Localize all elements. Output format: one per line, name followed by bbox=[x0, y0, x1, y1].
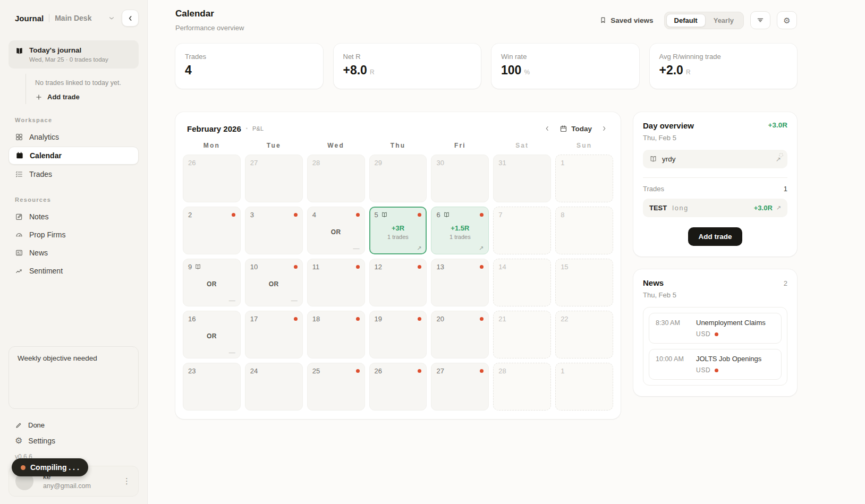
open-range-label: OR bbox=[331, 228, 341, 236]
weekly-objective-box[interactable]: Weekly objective needed bbox=[9, 346, 139, 409]
calendar-day-cell[interactable]: 18 bbox=[307, 311, 365, 358]
day-total-r: +3.0R bbox=[768, 121, 787, 129]
calendar-day-cell[interactable]: 25 bbox=[307, 363, 365, 411]
calendar-day-cell[interactable]: 12 bbox=[369, 259, 427, 306]
day-number: 29 bbox=[375, 159, 382, 167]
calendar-day-cell[interactable]: 10OR— bbox=[245, 259, 303, 306]
sidebar-item-label: Notes bbox=[29, 212, 49, 221]
calendar-day-cell[interactable]: 9OR— bbox=[183, 259, 241, 306]
sidebar-item-news[interactable]: News bbox=[9, 244, 139, 261]
dash-indicator: — bbox=[229, 299, 235, 303]
gauge-icon bbox=[15, 230, 23, 239]
calendar-day-cell[interactable]: 27 bbox=[245, 155, 303, 202]
day-number: 15 bbox=[561, 263, 568, 271]
calendar-month-label: February 2026 bbox=[187, 124, 241, 133]
desk-name[interactable]: Main Desk bbox=[55, 14, 91, 22]
filter-button[interactable] bbox=[750, 11, 770, 29]
stat-card-avg-r: Avg R/winning trade +2.0R bbox=[650, 44, 798, 89]
open-trade-arrow-icon: ↗ bbox=[776, 204, 781, 211]
user-menu-button[interactable]: ⋮ bbox=[122, 476, 132, 486]
calendar-day-cell[interactable]: 31 bbox=[493, 155, 551, 202]
journal-entry-row[interactable]: yrdy ↗ bbox=[643, 150, 787, 168]
calendar-day-cell[interactable]: 30 bbox=[431, 155, 489, 202]
sidebar-item-calendar[interactable]: Calendar bbox=[9, 147, 139, 165]
calendar-day-cell[interactable]: 28 bbox=[493, 363, 551, 411]
stat-value: 100 bbox=[501, 63, 521, 78]
next-month-button[interactable] bbox=[599, 124, 609, 133]
collapse-sidebar-button[interactable] bbox=[122, 10, 139, 27]
calendar-day-cell[interactable]: 23 bbox=[183, 363, 241, 411]
filter-icon bbox=[756, 16, 765, 24]
open-day-arrow-icon[interactable]: ↗ bbox=[417, 246, 421, 251]
stat-card-win-rate: Win rate 100% bbox=[491, 44, 639, 89]
calendar-settings-button[interactable]: ⚙ bbox=[777, 11, 797, 29]
sidebar-item-label: Prop Firms bbox=[29, 230, 65, 239]
todays-journal-card[interactable]: Today's journal Wed, Mar 25 · 0 trades t… bbox=[9, 40, 139, 69]
day-number: 2 bbox=[188, 211, 192, 219]
main-content: Calendar Performance overview Saved view… bbox=[148, 0, 865, 504]
news-event-dot bbox=[418, 265, 421, 269]
trade-r-value: +3.0R bbox=[754, 204, 773, 212]
done-button[interactable]: Done bbox=[9, 417, 139, 433]
today-button[interactable]: Today bbox=[559, 125, 592, 133]
calendar-day-cell[interactable]: 4OR— bbox=[307, 207, 365, 254]
calendar-day-cell[interactable]: 6+1.5R1 trades↗ bbox=[431, 207, 489, 254]
stat-label: Trades bbox=[185, 53, 313, 61]
day-number: 6 bbox=[436, 211, 440, 219]
calendar-day-cell[interactable]: 1 bbox=[555, 155, 613, 202]
calendar-day-cell[interactable]: 29 bbox=[369, 155, 427, 202]
trade-row[interactable]: TEST long +3.0R ↗ bbox=[643, 199, 787, 217]
day-overview-date: Thu, Feb 5 bbox=[643, 134, 787, 142]
weekday-label: Fri bbox=[431, 142, 489, 149]
compiling-toast: Compiling . . . bbox=[12, 458, 88, 476]
view-toggle-default[interactable]: Default bbox=[666, 14, 706, 27]
weekday-label: Wed bbox=[307, 142, 365, 149]
calendar-day-cell[interactable]: 13 bbox=[431, 259, 489, 306]
calendar-day-cell[interactable]: 27 bbox=[431, 363, 489, 411]
news-event-dot bbox=[232, 213, 235, 217]
day-number: 23 bbox=[188, 367, 196, 375]
calendar-day-cell[interactable]: 24 bbox=[245, 363, 303, 411]
calendar-day-cell[interactable]: 28 bbox=[307, 155, 365, 202]
calendar-day-cell[interactable]: 1 bbox=[555, 363, 613, 411]
sidebar-add-trade-button[interactable]: Add trade bbox=[35, 93, 139, 103]
calendar-day-cell[interactable]: 11 bbox=[307, 259, 365, 306]
calendar-day-cell[interactable]: 7 bbox=[493, 207, 551, 254]
calendar-day-cell[interactable]: 26 bbox=[183, 155, 241, 202]
news-event-dot bbox=[356, 317, 360, 321]
sidebar-item-notes[interactable]: Notes bbox=[9, 208, 139, 225]
prev-month-button[interactable] bbox=[542, 124, 552, 133]
sidebar-item-analytics[interactable]: Analytics bbox=[9, 129, 139, 146]
calendar-day-cell[interactable]: 2 bbox=[183, 207, 241, 254]
saved-views-button[interactable]: Saved views bbox=[599, 16, 653, 24]
calendar-day-cell[interactable]: 22 bbox=[555, 311, 613, 358]
add-trade-button[interactable]: Add trade bbox=[688, 227, 742, 246]
day-pnl: +3R bbox=[392, 224, 404, 232]
trade-symbol: TEST bbox=[649, 204, 667, 212]
calendar-day-cell[interactable]: 14 bbox=[493, 259, 551, 306]
sidebar-item-trades[interactable]: Trades bbox=[9, 166, 139, 183]
calendar-day-cell[interactable]: 19 bbox=[369, 311, 427, 358]
calendar-day-cell[interactable]: 17 bbox=[245, 311, 303, 358]
open-range-label: OR bbox=[207, 280, 217, 288]
sidebar-item-sentiment[interactable]: Sentiment bbox=[9, 262, 139, 279]
day-number: 18 bbox=[312, 315, 320, 323]
calendar-day-cell[interactable]: 21 bbox=[493, 311, 551, 358]
calendar-day-cell[interactable]: 26 bbox=[369, 363, 427, 411]
calendar-day-cell[interactable]: 16OR— bbox=[183, 311, 241, 358]
calendar-day-cell[interactable]: 3 bbox=[245, 207, 303, 254]
stat-suffix: R bbox=[370, 69, 375, 76]
calendar-day-cell[interactable]: 5+3R1 trades↗ bbox=[369, 207, 427, 254]
calendar-day-cell[interactable]: 8 bbox=[555, 207, 613, 254]
calendar-day-cell[interactable]: 20 bbox=[431, 311, 489, 358]
news-currency: USD bbox=[696, 330, 711, 338]
separator-dot: • bbox=[246, 126, 248, 131]
calendar-day-cell[interactable]: 15 bbox=[555, 259, 613, 306]
view-toggle-yearly[interactable]: Yearly bbox=[706, 14, 742, 27]
trend-line-icon bbox=[15, 267, 23, 275]
chevron-down-icon[interactable] bbox=[108, 14, 115, 22]
settings-button[interactable]: ⚙ Settings bbox=[9, 433, 139, 449]
open-day-arrow-icon[interactable]: ↗ bbox=[479, 246, 484, 251]
sidebar-item-prop-firms[interactable]: Prop Firms bbox=[9, 226, 139, 243]
day-number: 8 bbox=[561, 211, 564, 219]
